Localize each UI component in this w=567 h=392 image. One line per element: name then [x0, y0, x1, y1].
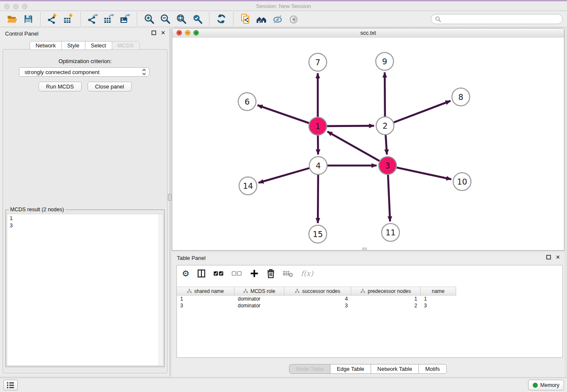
- search-box[interactable]: [431, 14, 563, 24]
- table-row[interactable]: 1dominator411: [177, 295, 456, 302]
- open-folder-button[interactable]: [5, 12, 19, 26]
- zoom-out-button[interactable]: [158, 12, 172, 26]
- deselect-all-button[interactable]: [231, 269, 242, 278]
- plus-button[interactable]: [250, 269, 259, 278]
- export-image-button[interactable]: [118, 12, 132, 26]
- column-header-name[interactable]: name: [421, 287, 456, 295]
- column-label: successor nodes: [302, 288, 340, 294]
- zoom-fit-button[interactable]: [174, 12, 188, 26]
- graph-node-10[interactable]: 10: [453, 173, 471, 190]
- plus-icon: [250, 269, 259, 278]
- import-table-icon: [63, 14, 74, 25]
- toolbar-separator: [233, 12, 234, 26]
- mcds-result-box[interactable]: 13: [7, 214, 163, 366]
- window-title: Session: New Session: [0, 3, 567, 9]
- export-table-icon: [103, 14, 115, 25]
- network-canvas[interactable]: 7968124314101511: [172, 38, 564, 250]
- graph-node-9[interactable]: 9: [376, 52, 394, 70]
- application-window: Session: New Session Control Panel ✕ Net…: [0, 0, 567, 392]
- tab-node-table[interactable]: Node Table: [289, 364, 330, 374]
- float-table-panel-icon[interactable]: [546, 255, 551, 259]
- graph-edge-4-14[interactable]: [259, 168, 309, 183]
- export-table-button[interactable]: [102, 12, 116, 26]
- graph-edge-4-15[interactable]: [318, 175, 318, 223]
- tab-select[interactable]: Select: [85, 41, 112, 50]
- tab-edge-table[interactable]: Edge Table: [330, 364, 371, 374]
- export-network-button[interactable]: [85, 12, 100, 26]
- memory-button[interactable]: Memory: [528, 380, 564, 390]
- run-mcds-button[interactable]: Run MCDS: [39, 82, 82, 91]
- graph-edge-2-8[interactable]: [394, 101, 451, 122]
- tab-mcds[interactable]: MCDS: [112, 41, 140, 50]
- column-header-shared-name[interactable]: shared name: [177, 287, 234, 295]
- vertical-divider-grip[interactable]: [168, 194, 171, 201]
- graph-node-15[interactable]: 15: [309, 225, 327, 243]
- tab-motifs[interactable]: Motifs: [418, 364, 447, 374]
- graph-node-14[interactable]: 14: [239, 177, 257, 195]
- result-line: 3: [10, 222, 160, 229]
- svg-text:2: 2: [383, 121, 388, 130]
- clone-network-button[interactable]: [238, 12, 253, 26]
- column-header-mcds-role[interactable]: MCDS role: [234, 287, 284, 295]
- hide-eye-button[interactable]: [270, 12, 285, 26]
- toolbar-separator: [40, 12, 41, 26]
- table-cell: 2: [351, 302, 421, 309]
- graph-edge-1-2[interactable]: [327, 126, 374, 126]
- graph-edge-2-9[interactable]: [385, 72, 385, 116]
- delete-table-icon: [283, 269, 294, 278]
- homes-button[interactable]: [254, 12, 269, 26]
- close-panel-icon[interactable]: ✕: [161, 30, 165, 36]
- mcds-buttons: Run MCDS Close panel: [3, 82, 167, 91]
- criterion-select[interactable]: strongly connected component: [19, 67, 149, 77]
- import-table-button[interactable]: [61, 12, 76, 26]
- graph-node-6[interactable]: 6: [238, 93, 256, 110]
- search-input[interactable]: [443, 16, 559, 22]
- graph-node-8[interactable]: 8: [452, 88, 470, 106]
- zoom-fit-icon: [176, 14, 187, 24]
- close-table-panel-icon[interactable]: ✕: [556, 254, 560, 260]
- table-row[interactable]: 3dominator323: [177, 302, 456, 309]
- tab-style[interactable]: Style: [61, 41, 85, 50]
- task-history-button[interactable]: [3, 380, 18, 390]
- graph-edge-3-1[interactable]: [328, 132, 380, 161]
- table-cell: 1: [421, 295, 456, 302]
- result-scrollbar[interactable]: [159, 214, 163, 365]
- column-label: name: [432, 288, 444, 294]
- hide-eye-icon: [273, 14, 283, 24]
- graph-node-2[interactable]: 2: [376, 117, 394, 135]
- mcds-result-title: MCDS result (2 nodes): [9, 207, 65, 213]
- tab-network[interactable]: Network: [30, 41, 62, 50]
- optimization-criterion-label: Optimization criterion:: [3, 58, 167, 64]
- graph-edge-2-3[interactable]: [385, 135, 387, 155]
- close-panel-button[interactable]: Close panel: [88, 82, 132, 91]
- tab-network-table[interactable]: Network Table: [371, 364, 419, 374]
- graph-node-3[interactable]: 3: [379, 157, 396, 174]
- graph-node-11[interactable]: 11: [382, 224, 399, 241]
- trash-button[interactable]: [266, 268, 275, 279]
- graph-edge-3-10[interactable]: [397, 168, 451, 179]
- eye-button[interactable]: [286, 12, 301, 26]
- zoom-in-button[interactable]: [142, 12, 156, 26]
- graph-node-1[interactable]: 1: [309, 117, 327, 135]
- columns-button[interactable]: [197, 269, 206, 278]
- control-panel-tabs: NetworkStyleSelectMCDS: [0, 41, 170, 50]
- svg-text:15: 15: [313, 229, 323, 239]
- horizontal-divider-grip[interactable]: [362, 248, 367, 250]
- float-panel-icon[interactable]: [151, 30, 156, 35]
- save-button[interactable]: [21, 12, 36, 26]
- graph-edge-1-6[interactable]: [258, 105, 309, 123]
- column-header-successor-nodes[interactable]: successor nodes: [284, 287, 351, 295]
- control-panel-title: Control Panel: [5, 30, 39, 37]
- delete-table-button: [283, 269, 294, 278]
- import-network-button[interactable]: [45, 12, 60, 26]
- graph-edge-3-11[interactable]: [388, 175, 390, 221]
- select-all-button[interactable]: [213, 269, 224, 278]
- column-header-predecessor-nodes[interactable]: predecessor nodes: [351, 287, 421, 295]
- zoom-selected-button[interactable]: [190, 12, 204, 26]
- tree-icon: [295, 289, 300, 293]
- graph-node-7[interactable]: 7: [309, 53, 327, 71]
- gear-button[interactable]: ⚙: [182, 269, 190, 278]
- graph-node-4[interactable]: 4: [309, 157, 327, 174]
- table-cell: 3: [177, 302, 234, 309]
- refresh-button[interactable]: [214, 12, 228, 26]
